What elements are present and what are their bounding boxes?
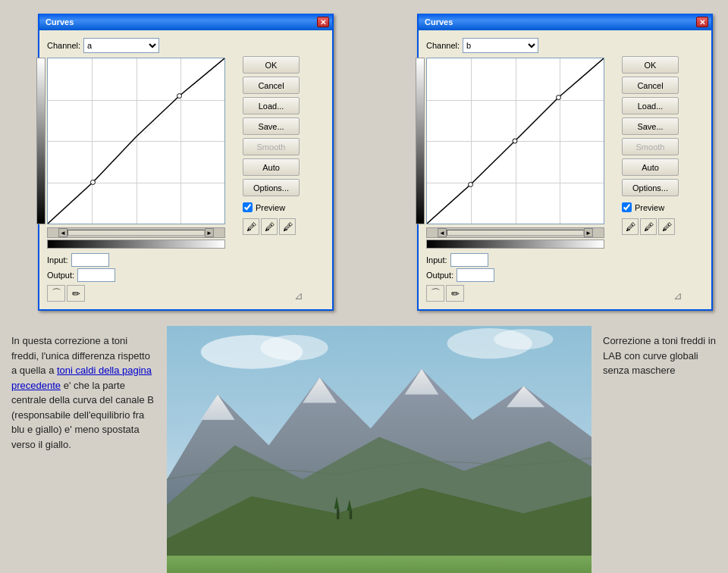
dialog-a-gradient-h: [47, 240, 225, 249]
dialog-b-tool-pencil[interactable]: ✏: [446, 285, 464, 302]
dialog-a-curve-graph[interactable]: [47, 58, 225, 224]
dialog-a-smooth-button[interactable]: Smooth: [243, 138, 300, 155]
dialog-b-scroll-right[interactable]: ►: [584, 228, 593, 237]
dialog-a-io: Input: Output:: [47, 253, 237, 282]
dialog-b-options-button[interactable]: Options...: [622, 179, 679, 196]
dialog-a-graph-wrapper: [47, 58, 225, 224]
dialog-b-input-label: Input:: [426, 255, 447, 265]
dialog-a-tool-pencil[interactable]: ✏: [67, 285, 85, 302]
dialog-a-curve-area: Channel: a: [47, 38, 237, 302]
dialog-b-auto-button[interactable]: Auto: [622, 158, 679, 176]
svg-point-5: [513, 139, 517, 143]
dialog-b-curve-area: Channel: b: [426, 38, 616, 302]
dialog-b-io: Input: Output:: [426, 253, 616, 282]
dialog-b-input-value[interactable]: [450, 253, 488, 267]
svg-rect-20: [337, 509, 339, 519]
dialog-a-title: Curves: [42, 17, 74, 27]
dialog-a-output-label: Output:: [47, 271, 74, 280]
dialog-a-eyedrop-gray[interactable]: 🖉: [261, 218, 278, 235]
dialog-b-title: Curves: [422, 17, 453, 27]
dialog-a-curve-svg: [48, 58, 224, 224]
dialog-b-channel-row: Channel: b: [426, 38, 616, 53]
dialog-b-resize-handle[interactable]: ⊿: [622, 267, 682, 302]
dialog-a-eyedrop-black[interactable]: 🖉: [243, 218, 259, 235]
dialog-a-eyedrop-white[interactable]: 🖉: [279, 218, 296, 235]
dialog-b-gradient-h: [426, 240, 604, 249]
dialog-a-ok-button[interactable]: OK: [243, 56, 300, 74]
dialog-a-scrollbar-track: [67, 230, 205, 236]
dialog-b-output-label: Output:: [426, 271, 453, 280]
dialog-b-graph-wrapper: [426, 58, 604, 224]
dialog-a-auto-button[interactable]: Auto: [243, 158, 300, 176]
svg-rect-22: [350, 511, 352, 519]
dialog-a-channel-row: Channel: a: [47, 38, 237, 53]
dialog-a-channel-select[interactable]: a: [83, 38, 159, 53]
dialog-a-load-button[interactable]: Load...: [243, 97, 300, 114]
mountain-image: [167, 326, 592, 573]
text-left: In questa correzione a toni freddi, l'un…: [0, 326, 167, 573]
text-right: Correzione a toni freddi in LAB con curv…: [592, 326, 728, 573]
dialog-b: Curves ✕ Channel: b: [417, 14, 713, 311]
dialog-b-save-button[interactable]: Save...: [622, 117, 679, 135]
svg-rect-15: [167, 556, 592, 573]
dialog-a-tools: ⌒ ✏: [47, 285, 237, 302]
dialog-a-preview-label: Preview: [256, 203, 285, 212]
dialog-a-cancel-button[interactable]: Cancel: [243, 77, 300, 94]
dialog-a-tool-curve[interactable]: ⌒: [47, 285, 65, 302]
dialog-b-close[interactable]: ✕: [696, 17, 708, 27]
dialog-b-channel-label: Channel:: [426, 41, 460, 50]
dialog-a-gradient-v: [36, 58, 46, 224]
dialog-b-eyedrop-white[interactable]: 🖉: [658, 218, 675, 235]
svg-point-1: [91, 180, 96, 185]
dialog-b-tool-curve[interactable]: ⌒: [426, 285, 444, 302]
svg-point-19: [494, 329, 553, 349]
text-right-content: Correzione a toni freddi in LAB con curv…: [603, 335, 716, 376]
dialog-a-input-value[interactable]: [71, 253, 109, 267]
dialog-b-smooth-button[interactable]: Smooth: [622, 138, 679, 155]
dialog-b-eyedrop-black[interactable]: 🖉: [622, 218, 639, 235]
svg-point-17: [260, 335, 328, 361]
dialog-a-channel-label: Channel:: [47, 41, 80, 50]
dialog-b-eyedroppers: 🖉 🖉 🖉: [622, 218, 682, 235]
dialog-a-save-button[interactable]: Save...: [243, 117, 300, 135]
dialog-a-resize-handle[interactable]: ⊿: [243, 267, 303, 302]
dialog-b-buttons: OK Cancel Load... Save... Smooth Auto Op…: [622, 38, 682, 302]
dialog-b-titlebar: Curves ✕: [419, 14, 711, 30]
top-section: Curves ✕ Channel: a: [0, 0, 728, 318]
dialog-b-preview-row: Preview: [622, 202, 682, 212]
dialog-a: Curves ✕ Channel: a: [38, 14, 334, 311]
dialog-b-preview-checkbox[interactable]: [622, 202, 632, 212]
dialog-a-input-label: Input:: [47, 255, 68, 265]
svg-point-2: [177, 94, 182, 99]
dialog-b-scrollbar-track: [447, 230, 584, 236]
dialog-b-channel-select[interactable]: b: [463, 38, 538, 53]
dialog-a-options-button[interactable]: Options...: [243, 179, 300, 196]
svg-point-6: [557, 96, 561, 100]
dialog-b-scrollbar[interactable]: ◄ ►: [426, 227, 604, 238]
dialog-a-scroll-right[interactable]: ►: [205, 228, 214, 237]
dialog-b-preview-label: Preview: [635, 203, 664, 212]
dialog-b-tools: ⌒ ✏: [426, 285, 616, 302]
dialog-a-titlebar: Curves ✕: [39, 14, 332, 30]
svg-point-4: [469, 183, 473, 187]
dialog-a-buttons: OK Cancel Load... Save... Smooth Auto Op…: [243, 38, 303, 302]
dialog-b-output-value[interactable]: [457, 268, 494, 282]
dialog-b-cancel-button[interactable]: Cancel: [622, 77, 679, 94]
dialog-a-eyedroppers: 🖉 🖉 🖉: [243, 218, 303, 235]
bottom-section: In questa correzione a toni freddi, l'un…: [0, 326, 728, 573]
dialog-b-eyedrop-gray[interactable]: 🖉: [640, 218, 657, 235]
dialog-b-load-button[interactable]: Load...: [622, 97, 679, 114]
dialog-b-gradient-v: [416, 58, 425, 224]
dialog-a-preview-checkbox[interactable]: [243, 202, 253, 212]
dialog-a-preview-row: Preview: [243, 202, 303, 212]
dialog-a-output-value[interactable]: [77, 268, 115, 282]
dialog-a-scrollbar[interactable]: ◄ ►: [47, 227, 225, 238]
dialog-a-close[interactable]: ✕: [317, 17, 329, 27]
mountain-svg: [167, 326, 592, 573]
dialog-b-curve-graph[interactable]: [426, 58, 604, 224]
dialog-b-ok-button[interactable]: OK: [622, 56, 679, 74]
dialog-b-scroll-left[interactable]: ◄: [438, 228, 447, 237]
dialog-a-scroll-left[interactable]: ◄: [58, 228, 67, 237]
dialog-b-curve-svg: [427, 58, 604, 224]
